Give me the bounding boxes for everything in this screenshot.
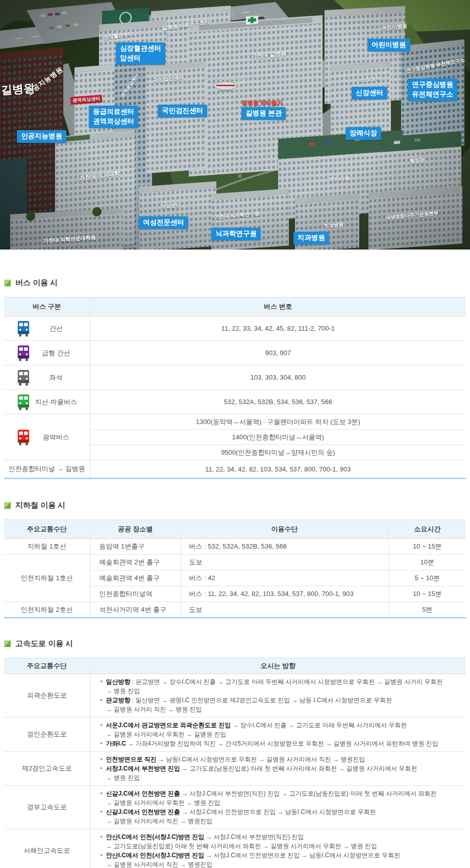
bus-numbers: 103, 303, 304, 800 bbox=[90, 365, 466, 390]
table-row: 급행 간선 903, 907 bbox=[4, 341, 466, 365]
doctor-heli-label: 길병원 닥터헬기 bbox=[242, 99, 283, 107]
subway-time: 10분 bbox=[388, 555, 466, 571]
building-sign-dental: 치과병원 bbox=[324, 222, 344, 230]
map-label-funeral-hall: 장례식장 bbox=[345, 127, 381, 140]
section-title-subway: 지하철 이용 시 bbox=[4, 501, 466, 510]
bus-icon-express-trunk bbox=[17, 345, 30, 361]
map-label-kidney-center: 신장센터 bbox=[352, 87, 387, 100]
bus-icon-metropolitan bbox=[17, 429, 30, 445]
subway-place: 예술회관역 4번 출구 bbox=[90, 571, 181, 586]
subway-method: 도보 bbox=[181, 602, 388, 618]
section-title-bus: 버스 이용 시 bbox=[4, 278, 466, 288]
subway-col-place: 공공 장소별 bbox=[90, 520, 181, 539]
highway-name: 서해안고속도로 bbox=[4, 829, 90, 868]
highway-col-transport: 주요교통수단 bbox=[4, 658, 90, 674]
subway-time: 10 ~ 15분 bbox=[388, 586, 466, 602]
table-row: 간선 11, 22, 33, 34, 42, 45, 82, 111-2, 70… bbox=[4, 316, 466, 341]
map-label-main-building: 길병원 본관 bbox=[241, 107, 286, 120]
direction-item: 안산I.C에서 인천(서창J.C)방면 진입 → 서창J.C에서 인천방면으로 … bbox=[100, 851, 461, 868]
highway-name: 경부고속도로 bbox=[4, 786, 90, 829]
map-label-dental-hospital: 치과병원 bbox=[293, 232, 329, 244]
subway-time: 5분 bbox=[388, 602, 466, 618]
direction-item: 판교방향 : 일산방면 → 광명I.C 인천방면으로 제2경인고속도로 진입 →… bbox=[100, 696, 461, 714]
direction-item: 서창J.C에서 부천방면 진입 → 고가도로(남동진입로) 아래 첫 번째 사거… bbox=[100, 764, 461, 782]
section-title-subway-text: 지하철 이용 시 bbox=[15, 501, 65, 510]
bus-numbers: 903, 907 bbox=[90, 341, 466, 365]
map-label-children-hospital: 어린이병원 bbox=[367, 39, 410, 52]
subway-col-transport: 주요교통수단 bbox=[4, 520, 90, 539]
bus-numbers: 11, 22, 34, 42, 82, 103, 534, 537, 800, … bbox=[90, 460, 466, 479]
direction-item: 인천방면으로 직진 → 남동I.C에서 시청방면으로 우회전 → 길병원 사거리… bbox=[100, 755, 461, 764]
bus-icon-branch-village bbox=[17, 394, 30, 410]
subway-place: 동암역 1번출구 bbox=[90, 539, 181, 555]
bus-category-label: 광역버스 bbox=[30, 433, 89, 442]
bus-numbers: 9500(인천종합터미널↔양재시민의 숲) bbox=[90, 445, 466, 460]
map-label-checkup-center: 국민검진센터 bbox=[158, 105, 207, 117]
bus-numbers: 532, 532A, 532B, 534, 536, 537, 566 bbox=[90, 390, 466, 414]
map-label-genome-institute: 연구중심병원 유전체연구소 bbox=[408, 79, 457, 101]
section-title-highway-text: 고속도로 이용 시 bbox=[15, 639, 73, 649]
table-header-row: 버스 구분 버스 번호 bbox=[4, 297, 466, 316]
green-square-icon bbox=[4, 280, 11, 286]
map-label-heart-cancer-center: 심장혈관센터 암센터 bbox=[116, 42, 165, 65]
subway-line: 지하철 1호선 bbox=[4, 539, 90, 555]
table-row: 좌석 103, 303, 304, 800 bbox=[4, 365, 466, 390]
green-square-icon bbox=[4, 640, 11, 647]
bus-numbers: 11, 22, 33, 34, 42, 45, 82, 111-2, 700-1 bbox=[90, 316, 466, 341]
bus-icon-trunk bbox=[17, 320, 30, 337]
direction-item: 일산방향 : 판교방면 → 장수I.C에서 진출 → 고가도로 아래 두번째 사… bbox=[100, 677, 461, 696]
highway-name: 제2경인고속도로 bbox=[4, 752, 90, 786]
subway-method: 버스 : 42 bbox=[181, 571, 388, 586]
bus-table: 버스 구분 버스 번호 간선 11, 22, 33, 34, 42, 45, 8… bbox=[4, 297, 466, 479]
highway-table: 주요교통수단 오시는 방향 외곽순환도로 일산방향 : 판교방면 → 장수I.C… bbox=[4, 658, 466, 868]
subway-col-method: 이용수단 bbox=[181, 520, 388, 539]
subway-place: 인천종합터미널역 bbox=[90, 586, 181, 602]
bus-numbers: 1300(동막역↔서울역) : 구월팬더아파트 하차 (도보 3분) bbox=[90, 414, 466, 430]
table-row: 서해안고속도로 안산I.C에서 인천(서창J.C)방면 진입 → 서창J.C에서… bbox=[4, 829, 466, 868]
subway-place: 석천사거리역 4번 출구 bbox=[90, 602, 181, 618]
building-sign-parking: 주차타워 bbox=[329, 175, 350, 184]
highway-col-directions: 오시는 방향 bbox=[90, 658, 466, 674]
direction-item: 서운J.C에서 판교방면으로 외곽순환도로 진입 → 장수I.C에서 진출 → … bbox=[100, 721, 461, 739]
table-row: 외곽순환도로 일산방향 : 판교방면 → 장수I.C에서 진출 → 고가도로 아… bbox=[4, 674, 466, 717]
map-label-brain-institute: 뇌과학연구원 bbox=[211, 228, 261, 240]
direction-item: 신갈J.C에서 인천방면 진출 → 서창J.C에서 부천방면(직진) 진입 → … bbox=[100, 789, 461, 807]
bus-col-number: 버스 번호 bbox=[90, 297, 466, 316]
map-label-women-center: 여성전문센터 bbox=[139, 216, 188, 229]
campus-map-image: 길병원 인공지능병원 심장혈관센터 길병원 의료연구센터 권역외상센터 권역응급… bbox=[0, 0, 470, 250]
direction-item: 신갈J.C에서 인천방면 진출 → 서창J.C에서 인천방면으로 진입 → 남동… bbox=[100, 807, 461, 826]
subway-method: 도보 bbox=[181, 555, 388, 571]
subway-time: 5 ~ 10분 bbox=[388, 571, 466, 586]
direction-item: 안산I.C에서 인천(서창J.C)방면 진입 → 서창J.C에서 부천방면(직진… bbox=[100, 832, 461, 851]
subway-place: 예술회관역 2번 출구 bbox=[90, 555, 181, 571]
map-label-ai-hospital: 인공지능병원 bbox=[17, 130, 66, 143]
subway-line: 인천지하철 1호선 bbox=[4, 555, 90, 602]
bus-numbers: 1400(인천종합터미널↔서울역) bbox=[90, 430, 466, 445]
bus-category-label: 좌석 bbox=[30, 373, 89, 382]
table-row: 인천지하철 2호선 석천사거리역 4번 출구 도보 5분 bbox=[4, 602, 466, 618]
section-title-highway: 고속도로 이용 시 bbox=[4, 639, 466, 649]
subway-table: 주요교통수단 공공 장소별 이용수단 소요시간 지하철 1호선 동암역 1번출구… bbox=[4, 519, 466, 618]
table-header-row: 주요교통수단 공공 장소별 이용수단 소요시간 bbox=[4, 520, 466, 539]
subway-method: 버스 : 11, 22, 34, 42, 82, 103, 534, 537, … bbox=[181, 586, 388, 602]
table-row: 지선·마을버스 532, 532A, 532B, 534, 536, 537, … bbox=[4, 390, 466, 414]
table-row: 경부고속도로 신갈J.C에서 인천방면 진출 → 서창J.C에서 부천방면(직진… bbox=[4, 786, 466, 829]
section-title-bus-text: 버스 이용 시 bbox=[15, 278, 58, 288]
subway-time: 10 ~ 15분 bbox=[388, 539, 466, 555]
bus-category-label: 간선 bbox=[30, 324, 89, 333]
map-label-emergency-trauma-center: 응급의료센터 권역외상센터 bbox=[89, 106, 138, 128]
highway-name: 외곽순환도로 bbox=[4, 674, 90, 717]
table-row: 지하철 1호선 동암역 1번출구 버스 : 532, 532A, 532B, 5… bbox=[4, 539, 466, 555]
table-row: 경인순환도로 서운J.C에서 판교방면으로 외곽순환도로 진입 → 장수I.C에… bbox=[4, 717, 466, 752]
bus-category-label: 지선·마을버스 bbox=[30, 398, 89, 407]
subway-method: 버스 : 532, 532A, 532B, 536, 566 bbox=[181, 539, 388, 555]
building-sign-admin: 행정관 bbox=[409, 157, 425, 165]
table-header-row: 주요교통수단 오시는 방향 bbox=[4, 658, 466, 674]
table-row: 광역버스 1300(동막역↔서울역) : 구월팬더아파트 하차 (도보 3분) bbox=[4, 414, 466, 430]
bus-icon-seat bbox=[17, 369, 30, 386]
building-women bbox=[139, 181, 216, 250]
subway-col-time: 소요시간 bbox=[388, 520, 466, 539]
direction-item: 가좌I.C → 가좌4거리방향 진입하여 직진 → 간석5거리에서 시청방향으로… bbox=[100, 739, 461, 748]
table-row: 인천종합터미널 → 길병원 11, 22, 34, 42, 82, 103, 5… bbox=[4, 460, 466, 479]
highway-name: 경인순환도로 bbox=[4, 717, 90, 752]
